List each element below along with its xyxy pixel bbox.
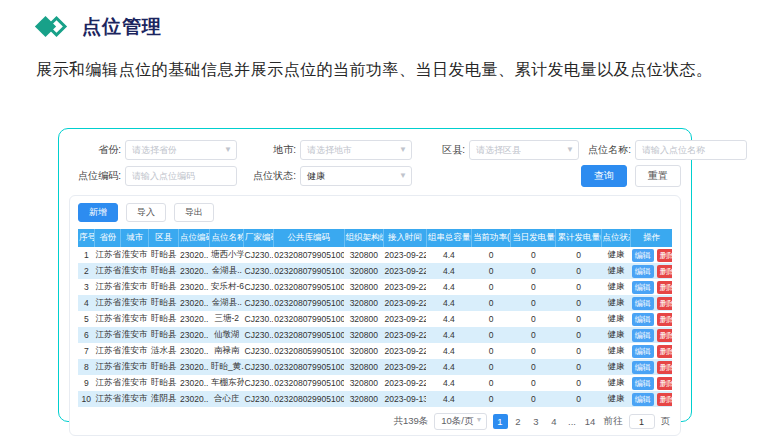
point-status-select[interactable]: 健康 ▼ <box>300 166 412 186</box>
city-select[interactable]: 请选择地市 ▼ <box>300 140 412 160</box>
district-label: 区县: <box>414 143 465 157</box>
edit-button[interactable]: 编辑 <box>632 361 654 374</box>
table-cell: 0 <box>471 311 510 327</box>
table-cell: 3 <box>78 279 95 295</box>
table-cell: 0 <box>511 359 556 375</box>
delete-button[interactable]: 删除 <box>657 281 672 294</box>
table-cell: 320800 <box>344 391 383 407</box>
table-cell: 0 <box>471 375 510 391</box>
column-header: 累计发电量(度) <box>556 229 601 247</box>
page-description: 展示和编辑点位的基础信息并展示点位的当前功率、当日发电量、累计发电量以及点位状态… <box>36 54 736 85</box>
page-suffix: 页 <box>661 415 671 428</box>
edit-button[interactable]: 编辑 <box>632 265 654 278</box>
table-cell: 023208079905100223 <box>273 327 344 343</box>
table-cell: 4.4 <box>426 295 471 311</box>
table-cell: 江苏省 <box>95 247 121 263</box>
page-button[interactable]: 2 <box>511 414 526 429</box>
table-cell: 盱眙县 <box>149 375 179 391</box>
page-header: 点位管理 <box>0 0 760 40</box>
table-cell: 23020.. <box>179 327 210 343</box>
table-cell: 江苏省 <box>95 343 121 359</box>
point-name-input[interactable] <box>642 145 740 155</box>
table-cell: 金湖县.. <box>210 263 244 279</box>
table-cell: 0 <box>511 343 556 359</box>
delete-button[interactable]: 删除 <box>657 377 672 390</box>
chevron-down-icon: ▼ <box>476 416 483 423</box>
table-cell: 盱眙县 <box>149 295 179 311</box>
points-table: 序号省份城市区县点位编码点位名称厂家编码公共库编码组织架构编码接入时间组串总容量… <box>78 229 672 407</box>
page-button[interactable]: 3 <box>529 414 544 429</box>
page-size-select[interactable]: 10条/页 ▼ <box>434 413 486 430</box>
table-cell: 健康 <box>601 295 631 311</box>
edit-button[interactable]: 编辑 <box>632 345 654 358</box>
table-cell: 7 <box>78 343 95 359</box>
table-cell: CJ230.. <box>244 327 274 343</box>
table-cell: 合心庄 <box>210 391 244 407</box>
delete-button[interactable]: 删除 <box>657 249 672 262</box>
goto-page-input[interactable] <box>629 414 655 429</box>
add-button[interactable]: 新增 <box>78 203 118 222</box>
edit-button[interactable]: 编辑 <box>632 393 654 406</box>
table-header-row: 序号省份城市区县点位编码点位名称厂家编码公共库编码组织架构编码接入时间组串总容量… <box>78 229 672 247</box>
district-select[interactable]: 请选择区县 ▼ <box>469 140 579 160</box>
edit-button[interactable]: 编辑 <box>632 297 654 310</box>
search-button[interactable]: 查询 <box>581 165 627 187</box>
table-cell: 涟水县 <box>149 343 179 359</box>
table-cell: 江苏省 <box>95 279 121 295</box>
page-button[interactable]: 14 <box>583 414 598 429</box>
table-cell: 320800 <box>344 375 383 391</box>
edit-button[interactable]: 编辑 <box>632 377 654 390</box>
table-cell: 0 <box>556 391 601 407</box>
table-cell: 江苏省 <box>95 375 121 391</box>
content-panel: 省份: 请选择省份 ▼ 地市: 请选择地市 ▼ 区县: 请选择区县 ▼ 点位名称… <box>58 128 692 422</box>
edit-button[interactable]: 编辑 <box>632 281 654 294</box>
table-cell: 2023-09-22 <box>384 247 427 263</box>
table-cell: 健康 <box>601 359 631 375</box>
table-cell: 淮安市 <box>121 343 149 359</box>
page-button[interactable]: 4 <box>547 414 562 429</box>
table-cell: 0 <box>511 279 556 295</box>
row-actions: 编辑删除 <box>631 311 672 327</box>
page-button[interactable]: 1 <box>493 414 508 429</box>
export-button[interactable]: 导出 <box>174 203 214 222</box>
edit-button[interactable]: 编辑 <box>632 313 654 326</box>
point-status-field: 点位状态: 健康 ▼ <box>244 166 414 186</box>
table-cell: 2023-09-22 <box>384 327 427 343</box>
delete-button[interactable]: 删除 <box>657 313 672 326</box>
table-cell: 0 <box>511 327 556 343</box>
point-code-field: 点位编码: <box>69 166 244 186</box>
import-button[interactable]: 导入 <box>126 203 166 222</box>
point-code-label: 点位编码: <box>69 169 121 183</box>
table-row: 6江苏省淮安市盱眙县23020..仙墩湖CJ230..0232080799051… <box>78 327 672 343</box>
delete-button[interactable]: 删除 <box>657 345 672 358</box>
reset-button[interactable]: 重置 <box>635 165 681 187</box>
province-select[interactable]: 请选择省份 ▼ <box>125 140 237 160</box>
point-name-field: 点位名称: <box>579 140 747 160</box>
delete-button[interactable]: 删除 <box>657 329 672 342</box>
edit-button[interactable]: 编辑 <box>632 329 654 342</box>
table-cell: 023208059905100139 <box>273 343 344 359</box>
table-cell: 0 <box>471 391 510 407</box>
table-cell: 23020.. <box>179 247 210 263</box>
table-cell: 4 <box>78 295 95 311</box>
table-cell: 江苏省 <box>95 263 121 279</box>
point-code-input[interactable] <box>132 171 230 181</box>
table-row: 8江苏省淮安市盱眙县23020..盱眙_黄..CJ230..0232080799… <box>78 359 672 375</box>
column-header: 组织架构编码 <box>344 229 383 247</box>
delete-button[interactable]: 删除 <box>657 361 672 374</box>
table-cell: 健康 <box>601 247 631 263</box>
delete-button[interactable]: 删除 <box>657 393 672 406</box>
table-cell: 23020.. <box>179 263 210 279</box>
edit-button[interactable]: 编辑 <box>632 249 654 262</box>
table-cell: 盱眙县 <box>149 311 179 327</box>
delete-button[interactable]: 删除 <box>657 265 672 278</box>
table-cell: 023208079905100224 <box>273 359 344 375</box>
delete-button[interactable]: 删除 <box>657 297 672 310</box>
table-cell: 320800 <box>344 263 383 279</box>
goto-label: 前往 <box>604 415 623 428</box>
table-cell: CJ230.. <box>244 375 274 391</box>
table-cell: CJ230.. <box>244 311 274 327</box>
table-cell: CJ230.. <box>244 263 274 279</box>
chevron-down-icon: ▼ <box>399 145 407 154</box>
table-cell: 盱眙县 <box>149 327 179 343</box>
